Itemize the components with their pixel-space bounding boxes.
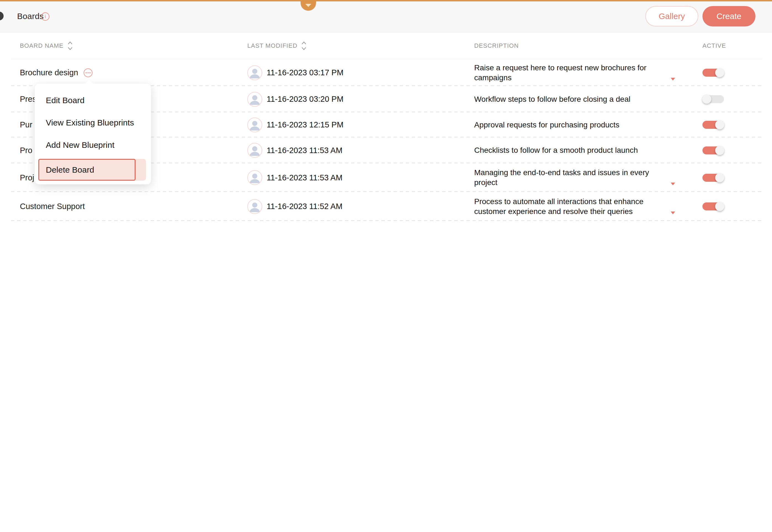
avatar xyxy=(247,170,262,185)
toggle-knob xyxy=(715,146,724,155)
description-text: Approval requests for purchasing product… xyxy=(474,120,667,130)
last-modified-date: 11-16-2023 11:53 AM xyxy=(267,173,343,182)
menu-item-delete-board[interactable]: Delete Board xyxy=(38,159,135,181)
description-text: Managing the end-to-end tasks and issues… xyxy=(474,168,667,188)
toggle-knob xyxy=(715,120,724,129)
description-text: Raise a request here to request new broc… xyxy=(474,63,667,83)
top-header-bar: Boards i Gallery Create xyxy=(0,0,772,33)
avatar xyxy=(247,92,262,107)
menu-item-view-existing-blueprints[interactable]: View Existing Blueprints xyxy=(35,111,151,134)
description-cell: Process to automate all interactions tha… xyxy=(474,197,690,216)
active-cell xyxy=(690,121,762,129)
last-modified-date: 11-16-2023 11:53 AM xyxy=(267,146,343,155)
board-name-cell: Customer Support xyxy=(11,202,247,211)
page-title: Boards xyxy=(17,0,44,33)
description-cell: Checklists to follow for a smooth produc… xyxy=(474,145,690,155)
ellipsis-menu-icon[interactable] xyxy=(84,68,92,77)
active-cell xyxy=(690,69,762,77)
avatar xyxy=(247,117,262,132)
create-button[interactable]: Create xyxy=(703,6,755,26)
last-modified-date: 11-16-2023 11:52 AM xyxy=(267,202,343,211)
description-text: Workflow steps to follow before closing … xyxy=(474,94,667,104)
toggle-knob xyxy=(715,202,724,211)
description-cell: Approval requests for purchasing product… xyxy=(474,120,690,130)
menu-item-delete-board-highlight: Delete Board xyxy=(38,159,146,181)
column-header-last-modified[interactable]: LAST MODIFIED xyxy=(247,41,474,51)
column-header-description: DESCRIPTION xyxy=(474,42,690,49)
board-name[interactable]: Pro xyxy=(20,146,32,155)
active-toggle[interactable] xyxy=(703,95,724,103)
collapse-arrow-triangle xyxy=(305,4,311,7)
menu-arrow xyxy=(85,80,93,84)
active-toggle[interactable] xyxy=(703,146,724,154)
last-modified-cell: 11-16-2023 11:53 AM xyxy=(247,170,474,185)
dropdown-caret-icon[interactable] xyxy=(671,78,675,81)
description-text: Checklists to follow for a smooth produc… xyxy=(474,145,667,155)
toggle-knob xyxy=(715,68,724,77)
column-header-active: ACTIVE xyxy=(690,42,762,49)
active-toggle[interactable] xyxy=(703,174,724,182)
last-modified-cell: 11-16-2023 11:52 AM xyxy=(247,199,474,214)
avatar xyxy=(247,143,262,158)
last-modified-cell: 11-16-2023 11:53 AM xyxy=(247,143,474,158)
menu-item-edit-board[interactable]: Edit Board xyxy=(35,89,151,111)
description-text: Process to automate all interactions tha… xyxy=(474,197,667,216)
board-context-menu: Edit Board View Existing Blueprints Add … xyxy=(34,83,151,185)
active-cell xyxy=(690,202,762,210)
last-modified-date: 11-16-2023 03:20 PM xyxy=(267,95,343,104)
description-cell: Raise a request here to request new broc… xyxy=(474,63,690,83)
column-header-board-name[interactable]: BOARD NAME xyxy=(11,41,247,51)
column-header-label: LAST MODIFIED xyxy=(247,42,297,49)
last-modified-date: 11-16-2023 03:17 PM xyxy=(267,68,343,77)
board-name-cell: Brochure design xyxy=(11,68,247,77)
active-toggle[interactable] xyxy=(703,69,724,77)
avatar xyxy=(247,65,262,80)
toggle-knob xyxy=(715,173,724,182)
top-accent-line xyxy=(0,0,772,1)
table-header-row: BOARD NAME LAST MODIFIED DESCRIPTION ACT… xyxy=(11,33,762,59)
board-name[interactable]: Pres xyxy=(20,95,36,104)
toggle-knob xyxy=(702,95,711,104)
board-name[interactable]: Brochure design xyxy=(20,68,78,77)
boards-page: Boards i Gallery Create BOARD NAME LAST … xyxy=(0,0,772,532)
last-modified-cell: 11-16-2023 12:15 PM xyxy=(247,117,474,132)
board-name[interactable]: Proj xyxy=(20,173,34,182)
active-cell xyxy=(690,146,762,154)
active-toggle[interactable] xyxy=(703,202,724,210)
menu-item-add-new-blueprint[interactable]: Add New Blueprint xyxy=(35,134,151,156)
table-row: Customer Support 11-16-2023 11:52 AM Pro… xyxy=(11,192,762,221)
info-icon[interactable]: i xyxy=(41,12,49,21)
avatar xyxy=(247,199,262,214)
table-row: Brochure design 11-16-2023 03:17 PM Rais… xyxy=(11,59,762,86)
description-cell: Workflow steps to follow before closing … xyxy=(474,94,690,104)
column-header-label: ACTIVE xyxy=(703,42,726,49)
active-cell xyxy=(690,174,762,182)
column-header-label: BOARD NAME xyxy=(20,42,63,49)
dropdown-caret-icon[interactable] xyxy=(671,183,675,185)
active-cell xyxy=(690,95,762,103)
last-modified-cell: 11-16-2023 03:20 PM xyxy=(247,92,474,107)
help-widget-icon[interactable] xyxy=(0,12,4,20)
sort-icon[interactable] xyxy=(301,41,307,51)
gallery-button[interactable]: Gallery xyxy=(645,6,698,26)
dropdown-caret-icon[interactable] xyxy=(671,212,675,214)
active-toggle[interactable] xyxy=(703,121,724,129)
board-name[interactable]: Pur xyxy=(20,120,32,129)
board-name[interactable]: Customer Support xyxy=(20,202,85,211)
sort-icon[interactable] xyxy=(67,41,73,51)
column-header-label: DESCRIPTION xyxy=(474,42,519,49)
last-modified-cell: 11-16-2023 03:17 PM xyxy=(247,65,474,80)
last-modified-date: 11-16-2023 12:15 PM xyxy=(267,120,343,129)
description-cell: Managing the end-to-end tasks and issues… xyxy=(474,168,690,188)
